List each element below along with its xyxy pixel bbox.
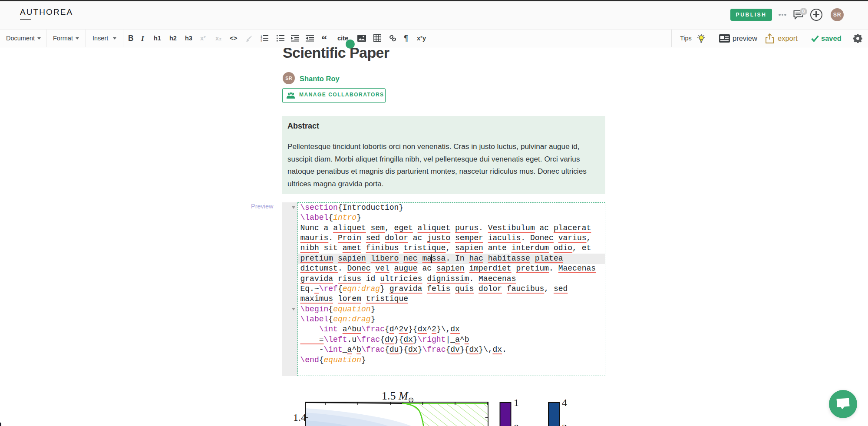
svg-text:3: 3 — [261, 40, 262, 43]
svg-text:2: 2 — [562, 422, 567, 426]
svg-text:0: 0 — [514, 422, 519, 426]
svg-text:1: 1 — [514, 397, 519, 408]
svg-text:1.4: 1.4 — [293, 412, 306, 423]
svg-text:4: 4 — [562, 397, 567, 408]
